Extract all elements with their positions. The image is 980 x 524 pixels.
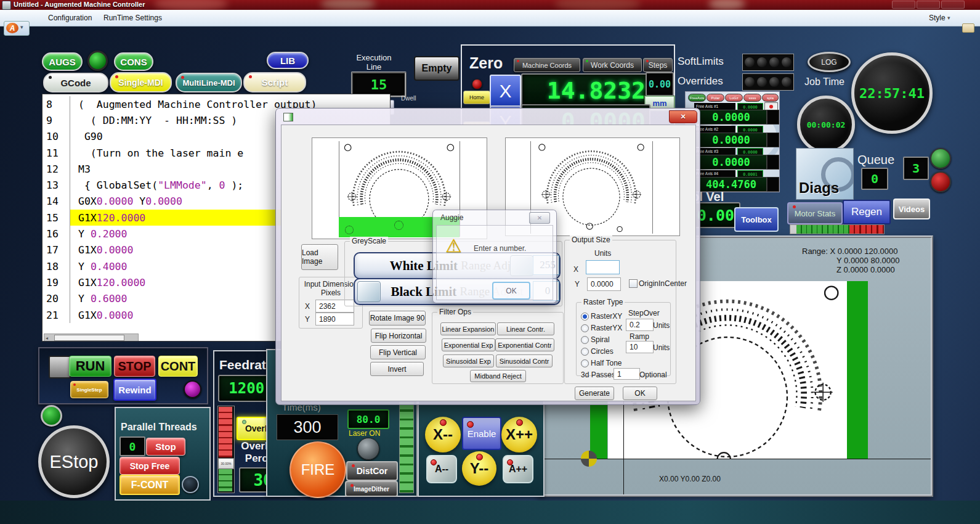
midband-reject-button[interactable]: Midband Reject [470,370,526,382]
x-axis-button[interactable]: X [490,75,521,107]
single-mdi-tab-button[interactable]: Single-MDI [110,72,172,92]
gcode-tab-button[interactable]: GCode [43,73,108,92]
status-led-green [930,148,951,169]
black-limit-slider-button[interactable] [357,281,381,302]
videos-button[interactable]: Videos [893,199,930,219]
jog-x-minus-button[interactable]: X-- [425,417,461,452]
dialog-ok-button[interactable]: OK [623,387,657,400]
radio-rasteryx[interactable] [581,324,589,332]
linear-contr-button[interactable]: Linear Contr. [497,322,554,335]
load-image-button[interactable]: Load Image [301,244,338,270]
exponential-exp-button[interactable]: Exponential Exp [442,338,495,351]
lib-button[interactable]: LIB [267,52,309,69]
slider-thumb[interactable]: 30.00% [218,458,234,469]
output-y-label: Y [575,280,580,289]
sinusoidal-contr-button[interactable]: Sinusoidal Contr [496,354,553,367]
close-button[interactable] [941,1,965,9]
cont-button[interactable]: CONT [158,356,198,377]
script-tab-button[interactable]: Script [243,72,306,92]
radio-rasterxy[interactable] [581,313,589,321]
status-dot [476,454,483,461]
menu-runtime-settings[interactable]: RunTime Settings [97,10,168,26]
rewind-button[interactable]: Rewind [113,379,156,401]
run-button[interactable]: RUN [69,356,111,377]
app-menu-button[interactable]: A ▾ [4,21,30,36]
axis-row-label: Free Axis #2 [694,126,735,133]
work-coords-button[interactable]: Work Coords [583,58,642,72]
toolbox-button[interactable]: Toolbox [734,207,779,232]
machine-coords-button[interactable]: Machine Coords [514,58,580,72]
stepover-field[interactable]: 0.2 [626,319,654,331]
jog-a-minus-button[interactable]: A-- [426,455,457,483]
dialog-close-button[interactable]: ✕ [669,110,697,123]
linear-expansion-button[interactable]: Linear Expansion [440,322,496,335]
sinusoidal-exp-button[interactable]: Sinusoidal Exp [443,354,494,367]
tab-5[interactable]: spla [762,94,779,102]
steps-button[interactable]: Steps [643,58,673,72]
laser-knob[interactable] [357,438,379,460]
invert-button[interactable]: Invert [370,362,424,376]
flip-horizontal-button[interactable]: Flip Horizontal [371,329,426,343]
status-dot [586,60,588,62]
folder-icon[interactable] [962,23,974,33]
image-dither-button[interactable]: ImageDither [345,481,398,497]
jog-a-plus-button[interactable]: A++ [503,455,533,483]
jog-x-plus-button[interactable]: X++ [501,417,537,452]
log-button[interactable]: LOG [808,52,851,72]
fire-button[interactable]: FIRE [290,441,346,498]
output-y-field[interactable]: 0.0000 [587,277,621,291]
tab-4[interactable]: ssss [743,94,761,102]
laser-on-label: Laser ON [349,429,380,438]
stop-button[interactable]: STOP [114,356,155,377]
position-readout: X0.00 Y0.00 Z0.00 [659,475,721,483]
estop-button[interactable]: EStop [38,425,110,498]
slider-green [219,469,232,491]
dwell-label: Dwell [401,95,416,102]
multiline-mdi-tab-button[interactable]: MultiLine-MDI [176,73,242,92]
tab-logz[interactable]: LoGz [725,94,743,102]
ramp-field[interactable]: 10 [626,341,654,353]
flip-vertical-button[interactable]: Flip Vertical [370,345,426,359]
empty-button[interactable]: Empty [414,56,460,81]
exponential-contr-button[interactable]: Exponential Contr [495,338,554,351]
output-x-field[interactable] [586,260,620,274]
threads-stop-button[interactable]: Stop [146,438,185,456]
tab-freeaxis[interactable]: FreeAxis [688,94,706,102]
f-cont-button[interactable]: F-CONT [119,475,180,495]
chevron-down-icon: ▾ [20,24,23,30]
alert-close-button[interactable]: ✕ [529,212,550,224]
single-step-button[interactable]: SingleStep [70,381,108,398]
origin-in-center-checkbox[interactable] [629,279,638,288]
feedrate-slider[interactable]: 30.00% [217,406,235,493]
alert-ok-button[interactable]: OK [492,282,530,300]
rotate-image-button[interactable]: Rotate Image 90 [369,311,426,325]
minimize-button[interactable] [892,1,915,9]
cons-button[interactable]: CONS [114,52,153,71]
motor-stats-button[interactable]: Motor Stats [787,202,843,224]
maximize-button[interactable] [917,1,940,9]
power-bar [399,402,414,493]
radio-circles[interactable] [581,348,589,356]
radio-spiral[interactable] [581,336,589,344]
pause-button[interactable] [49,356,71,379]
augs-button[interactable]: AUGS [42,52,83,71]
radio-half-tone[interactable] [581,359,589,367]
queue-display: 0 [861,168,888,190]
jog-enable-button[interactable]: Enable [462,417,501,450]
regen-button[interactable]: Regen [843,200,891,224]
menu-configuration[interactable]: Configuration [42,10,98,26]
x-home-button[interactable]: Home [463,91,490,104]
parallel-threads-panel: Parallel Threads 0 Stop Stop Free F-CONT [115,407,211,501]
count-display: 3 [903,157,929,180]
scrollbar-thumb[interactable] [54,335,124,341]
tab-polar[interactable]: Polar [707,94,724,102]
diags-button[interactable]: Diags [796,148,854,200]
passes-field[interactable]: 1 [614,368,640,380]
generate-button[interactable]: Generate [575,387,614,400]
distcor-button[interactable]: DistCor [346,461,398,481]
stop-free-button[interactable]: Stop Free [119,457,180,475]
jog-y-minus-button[interactable]: Y-- [462,451,496,486]
menu-style[interactable]: Style ▾ [923,10,957,26]
horizontal-scrollbar[interactable]: ◂ [44,334,139,342]
y-dim-field[interactable]: 1890 [315,313,354,325]
